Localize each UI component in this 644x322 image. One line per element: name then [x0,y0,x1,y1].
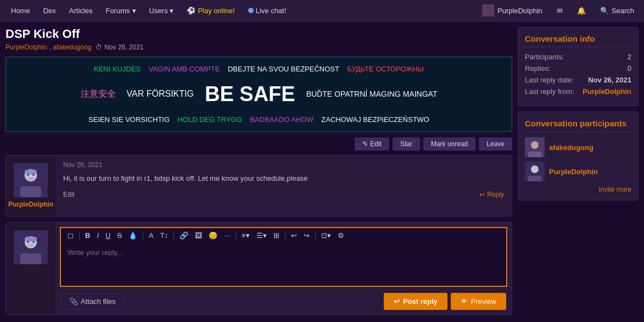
tool-font-size[interactable]: T↕ [158,230,170,241]
tool-strikethrough[interactable]: S [115,230,124,241]
last-reply-from-label: Last reply from: [525,87,574,96]
message-edit-link[interactable]: Edit [63,191,75,198]
tool-more[interactable]: ··· [222,230,232,241]
nav-forums[interactable]: Forums ▾ [100,3,141,18]
reply-textarea[interactable] [60,243,507,287]
avatar [14,163,48,197]
user-avatar-small [482,4,494,16]
tool-undo[interactable]: ↩ [289,230,299,241]
nav-home[interactable]: Home [5,3,36,18]
meta-author1[interactable]: PurpleDolphin [5,43,47,51]
last-reply-date-label: Last reply date: [525,76,574,84]
conversation-info-panel: Conversation info Participants: 2 Replie… [518,27,639,106]
left-column: DSP Kick Off PurpleDolphin , afakedugong… [5,27,512,315]
tool-image[interactable]: 🖼 [193,230,204,241]
reply-link[interactable]: ↩ Reply [479,191,504,198]
participants-value: 2 [628,53,631,61]
last-reply-date-value: Nov 26, 2021 [588,76,631,84]
edit-icon: ✎ [362,140,368,148]
message-card: PurpleDolphin Nov 26, 2021 Hi, it is our… [5,155,512,216]
leave-button[interactable]: Leave [479,137,512,151]
editor-avatar [14,230,48,264]
paperclip-icon: 📎 [69,297,78,306]
invite-more-link[interactable]: Invite more [525,186,631,193]
post-reply-button[interactable]: ↩ Post reply [384,293,447,310]
info-replies-row: Replies: 0 [525,64,631,73]
editor-card: ◻ B I U S 💧 A T↕ 🔗 🖼 😊 ··· ≡▾ [5,222,512,315]
safety-banner: KENI KUJDES VAGIN AMB COMPTE DBEJTE NA S… [5,57,512,132]
message-avatar-col: PurpleDolphin [6,156,55,216]
be-safe-text: BE SAFE [205,75,295,113]
clock-icon: ⏱ [96,43,102,51]
tool-italic[interactable]: I [94,230,101,241]
submit-buttons: ↩ Post reply 👁 Preview [384,293,506,310]
star-button[interactable]: Star [393,137,420,151]
search-button[interactable]: 🔍 Search [596,4,639,17]
meta-author2[interactable]: afakedugong [53,43,91,51]
tool-table[interactable]: ⊞ [271,230,282,241]
participant-row-2[interactable]: PurpleDolphin [525,162,631,181]
participants-panel-title: Conversation participants [525,119,631,132]
search-icon: 🔍 [600,7,609,15]
mark-unread-button[interactable]: Mark unread [423,137,475,151]
replies-value: 0 [628,64,631,73]
tool-font-a[interactable]: A [147,230,156,241]
nav-users[interactable]: Users ▾ [144,3,180,18]
editor-avatar-col [6,223,55,314]
eye-icon: 👁 [461,297,468,306]
svg-rect-11 [25,237,37,241]
info-last-reply-from-row: Last reply from: PurpleDolphin [525,87,631,96]
live-dot-icon [248,8,254,13]
nav-dex[interactable]: Dex [38,3,61,18]
nav-mail-icon[interactable]: ✉ [552,4,567,17]
svg-rect-15 [528,152,541,157]
nav-articles[interactable]: Articles [64,3,98,18]
tool-settings[interactable]: ⚙ [335,230,346,241]
tool-emoji[interactable]: 😊 [206,230,220,241]
page-meta: PurpleDolphin , afakedugong ⏱ Nov 26, 20… [5,43,512,51]
editor-toolbar: ◻ B I U S 💧 A T↕ 🔗 🖼 😊 ··· ≡▾ [60,227,507,243]
edit-button[interactable]: ✎ Edit [355,137,389,151]
participant-name-2: PurpleDolphin [549,168,598,176]
participants-panel: Conversation participants afakedugong [518,112,639,201]
tool-link[interactable]: 🔗 [177,230,191,241]
svg-rect-12 [20,253,41,264]
safety-line2: 注意安全 VAR FÖRSIKTIG BE SAFE BUĎTE OPATRNÍ… [14,75,504,113]
svg-rect-2 [20,186,41,197]
last-reply-from-value[interactable]: PurpleDolphin [583,87,631,96]
svg-rect-18 [528,176,541,181]
action-row: ✎ Edit Star Mark unread Leave [5,137,512,151]
reply-icon: ↩ [479,191,485,198]
nav-play-online[interactable]: ⚽ Play online! [181,3,240,18]
nav-live-chat[interactable]: Live chat! [243,3,292,18]
preview-button[interactable]: 👁 Preview [451,293,506,310]
svg-point-14 [531,141,539,149]
tool-color-drop[interactable]: 💧 [126,230,139,241]
tool-bold[interactable]: B [83,230,92,241]
tool-align[interactable]: ≡▾ [239,230,252,241]
tool-underline[interactable]: U [103,230,113,241]
replies-label: Replies: [525,64,551,73]
participant-row-1[interactable]: afakedugong [525,137,631,157]
tool-redo[interactable]: ↪ [301,230,312,241]
tool-eraser[interactable]: ◻ [65,230,76,241]
info-participants-row: Participants: 2 [525,53,631,61]
participant-avatar-2 [525,162,545,181]
nav-bell-icon[interactable]: 🔔 [573,4,590,17]
attach-files-button[interactable]: 📎 Attach files [61,293,124,309]
svg-point-17 [531,165,539,173]
message-footer: Edit ↩ Reply [63,191,504,198]
editor-body: ◻ B I U S 💧 A T↕ 🔗 🖼 😊 ··· ≡▾ [55,223,512,314]
right-column: Conversation info Participants: 2 Replie… [518,27,639,206]
safety-line3: SEIEN SIE VORSICHTIG HOLD DEG TRYGG BADB… [14,113,504,126]
chevron-down-icon: ▾ [132,7,136,15]
reply-submit-icon: ↩ [394,297,400,306]
info-last-reply-date-row: Last reply date: Nov 26, 2021 [525,76,631,84]
tool-fullscreen[interactable]: ⊡▾ [319,230,333,241]
svg-rect-6 [25,170,37,174]
message-date: Nov 26, 2021 [63,161,504,169]
nav-avatar[interactable]: PurpleDolphin [478,2,547,19]
message-username[interactable]: PurpleDolphin [8,201,53,208]
chevron-down-icon: ▾ [170,7,173,15]
tool-list[interactable]: ☰▾ [254,230,269,241]
